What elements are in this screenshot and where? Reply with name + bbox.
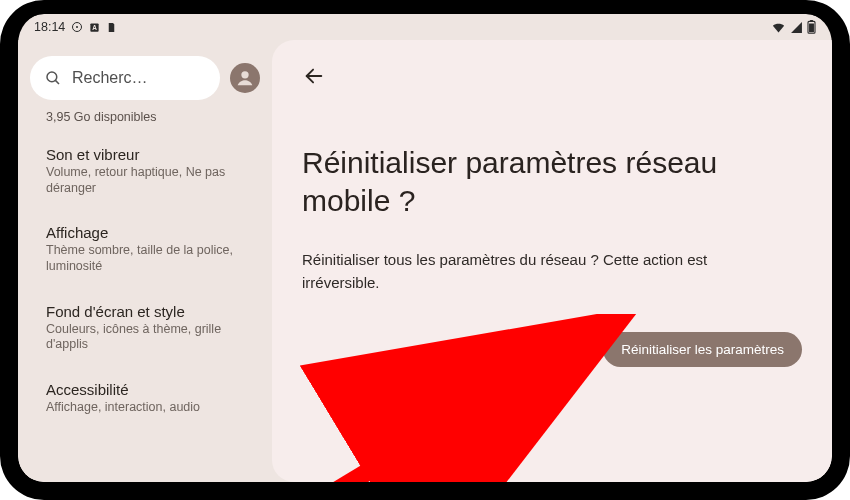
sidebar-item-sound[interactable]: Son et vibreur Volume, retour haptique, …	[28, 132, 262, 210]
status-bar: 18:14 A	[18, 14, 832, 40]
sidebar-item-subtitle: Affichage, interaction, audio	[46, 400, 254, 416]
svg-rect-5	[810, 20, 813, 21]
sdcard-icon	[106, 22, 117, 33]
sidebar-item-accessibility[interactable]: Accessibilité Affichage, interaction, au…	[28, 367, 262, 430]
tablet-frame: 18:14 A	[0, 0, 850, 500]
svg-point-1	[76, 26, 78, 28]
wifi-icon	[771, 20, 786, 35]
sidebar-item-title: Accessibilité	[46, 381, 254, 398]
page-description: Réinitialiser tous les paramètres du rés…	[302, 249, 742, 294]
sidebar-item-subtitle: Volume, retour haptique, Ne pas déranger	[46, 165, 254, 196]
storage-available: 3,95 Go disponibles	[46, 110, 262, 124]
sidebar-item-subtitle: Thème sombre, taille de la police, lumin…	[46, 243, 254, 274]
app-badge-icon: A	[89, 22, 100, 33]
sidebar-item-title: Fond d'écran et style	[46, 303, 254, 320]
svg-point-9	[241, 71, 248, 78]
svg-text:A: A	[92, 23, 97, 30]
reset-settings-button[interactable]: Réinitialiser les paramètres	[603, 332, 802, 367]
content-panes: Recherc… 3,95 Go disponibles Son et vibr…	[18, 40, 832, 482]
status-time: 18:14	[34, 20, 65, 34]
search-icon	[44, 69, 62, 87]
back-button[interactable]	[296, 58, 332, 94]
screen: 18:14 A	[18, 14, 832, 482]
sidebar-item-subtitle: Couleurs, icônes à thème, grille d'appli…	[46, 322, 254, 353]
settings-sidebar: Recherc… 3,95 Go disponibles Son et vibr…	[18, 40, 272, 482]
status-left: 18:14 A	[34, 20, 117, 34]
search-row: Recherc…	[30, 56, 260, 100]
reset-settings-button-label: Réinitialiser les paramètres	[621, 342, 784, 357]
svg-rect-6	[809, 24, 814, 33]
svg-point-7	[47, 72, 57, 82]
sidebar-item-title: Son et vibreur	[46, 146, 254, 163]
sidebar-item-title: Affichage	[46, 224, 254, 241]
sidebar-item-display[interactable]: Affichage Thème sombre, taille de la pol…	[28, 210, 262, 288]
svg-line-8	[55, 80, 59, 84]
sidebar-item-wallpaper[interactable]: Fond d'écran et style Couleurs, icônes à…	[28, 289, 262, 367]
signal-icon	[790, 21, 803, 34]
detail-pane: Réinitialiser paramètres réseau mobile ?…	[272, 40, 832, 482]
settings-menu: Son et vibreur Volume, retour haptique, …	[28, 132, 262, 429]
search-input[interactable]: Recherc…	[30, 56, 220, 100]
battery-icon	[807, 20, 816, 34]
location-icon	[71, 21, 83, 33]
account-avatar[interactable]	[230, 63, 260, 93]
status-right	[771, 20, 816, 35]
page-title: Réinitialiser paramètres réseau mobile ?	[302, 144, 722, 219]
search-placeholder: Recherc…	[72, 69, 206, 87]
